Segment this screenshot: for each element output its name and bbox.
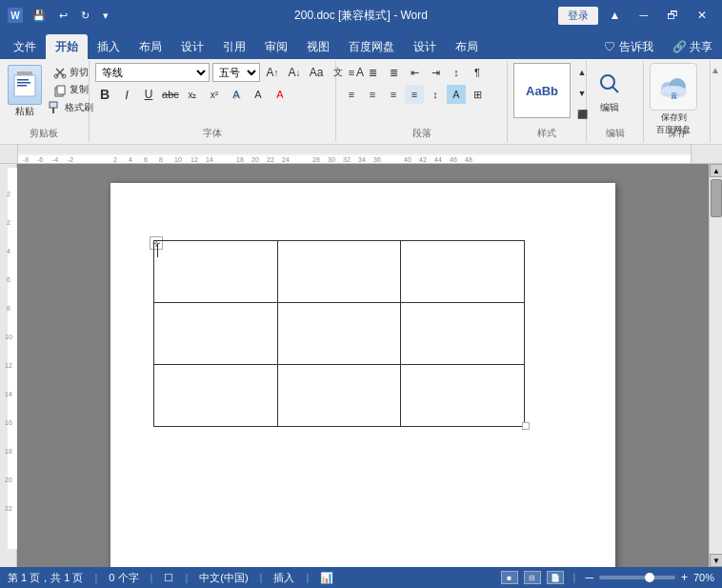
undo-btn[interactable]: ↩	[55, 8, 71, 24]
tab-home[interactable]: 开始	[46, 34, 88, 59]
line-spacing-btn[interactable]: ↕	[426, 85, 445, 104]
svg-text:-6: -6	[37, 156, 43, 163]
sort-btn[interactable]: ↕	[447, 63, 466, 82]
svg-text:8: 8	[7, 305, 10, 312]
svg-text:16: 16	[5, 419, 12, 426]
close-btn[interactable]: ✕	[690, 7, 714, 24]
tell-me-btn[interactable]: ♡ 告诉我	[594, 34, 662, 59]
align-right-btn[interactable]: ≡	[384, 85, 403, 104]
align-center-btn[interactable]: ≡	[363, 85, 382, 104]
ribbon-collapse-btn[interactable]: ▲	[711, 61, 722, 142]
strikethrough-btn[interactable]: abc	[161, 85, 180, 104]
font-increase-btn[interactable]: A↑	[263, 63, 282, 82]
table-cell-2-2[interactable]	[401, 365, 525, 427]
cut-button[interactable]: 剪切	[46, 65, 96, 80]
text-effect-btn[interactable]: A	[227, 85, 246, 104]
svg-text:24: 24	[282, 156, 290, 163]
scroll-up-btn[interactable]: ▲	[710, 164, 722, 177]
align-left-btn[interactable]: ≡	[342, 85, 361, 104]
save-quick-btn[interactable]: 💾	[29, 8, 50, 24]
view-web-btn[interactable]: ⊟	[524, 571, 541, 584]
font-size-select[interactable]: 五号	[212, 63, 260, 82]
underline-button[interactable]: U	[139, 85, 158, 104]
table-cell-0-0[interactable]	[154, 241, 278, 303]
insert-mode[interactable]: 插入	[273, 571, 294, 585]
document-area[interactable]: ✛	[17, 164, 709, 567]
tab-references[interactable]: 引用	[213, 34, 255, 59]
styles-gallery[interactable]: AaBb	[513, 63, 571, 118]
svg-text:10: 10	[5, 334, 12, 340]
svg-rect-10	[57, 86, 65, 94]
paste-button[interactable]: 粘贴	[6, 63, 44, 120]
tab-layout[interactable]: 布局	[130, 34, 171, 59]
bold-button[interactable]: B	[95, 85, 114, 104]
redo-btn[interactable]: ↻	[77, 8, 93, 24]
tab-view[interactable]: 视图	[297, 34, 339, 59]
tab-file[interactable]: 文件	[4, 34, 46, 59]
font-decrease-btn[interactable]: A↓	[285, 63, 304, 82]
tab-baidu[interactable]: 百度网盘	[339, 34, 404, 59]
view-read-btn[interactable]: 📄	[547, 571, 564, 584]
borders-btn[interactable]: ⊞	[468, 85, 487, 104]
justify-btn[interactable]: ≡	[405, 85, 424, 104]
multilevel-btn[interactable]: ≣	[384, 63, 403, 82]
scroll-down-btn[interactable]: ▼	[710, 554, 722, 567]
shading-btn[interactable]: A	[447, 85, 466, 104]
zoom-thumb[interactable]	[645, 573, 654, 582]
vertical-scrollbar[interactable]: ▲ ▼	[709, 164, 722, 567]
tab-design[interactable]: 设计	[171, 34, 213, 59]
tab-design2[interactable]: 设计	[404, 34, 446, 59]
ruler-marks: -8 -6 -4 -2 2 4 6 8 10 12 14 18 20 22 24…	[18, 145, 691, 163]
bullets-btn[interactable]: ≡	[342, 63, 361, 82]
change-case-btn[interactable]: Aa	[307, 63, 326, 82]
search-icon-edit[interactable]	[592, 67, 627, 101]
scroll-thumb[interactable]	[711, 179, 722, 217]
italic-button[interactable]: I	[117, 85, 136, 104]
numbering-btn[interactable]: ≣	[363, 63, 382, 82]
ribbon-toggle-btn[interactable]: ▲	[602, 7, 629, 24]
highlight-color-btn[interactable]: A	[249, 85, 268, 104]
table-cell-1-0[interactable]	[154, 303, 278, 365]
tab-insert[interactable]: 插入	[88, 34, 130, 59]
table-cell-2-0[interactable]	[154, 365, 278, 427]
increase-indent-btn[interactable]: ⇥	[426, 63, 445, 82]
tab-layout2[interactable]: 布局	[446, 34, 488, 59]
login-button[interactable]: 登录	[558, 7, 598, 25]
table-cell-0-2[interactable]	[401, 241, 525, 303]
table-resize-handle[interactable]	[522, 422, 530, 430]
zoom-in-btn[interactable]: +	[681, 571, 688, 584]
scroll-track[interactable]	[710, 177, 722, 554]
para-row1: ≡ ≣ ≣ ⇤ ⇥ ↕ ¶	[342, 63, 487, 82]
svg-text:48: 48	[465, 156, 472, 163]
restore-btn[interactable]: 🗗	[659, 7, 686, 24]
zoom-slider[interactable]	[599, 576, 675, 579]
language-indicator[interactable]: 中文(中国)	[199, 571, 248, 585]
subscript-btn[interactable]: x₂	[183, 85, 202, 104]
table-cell-1-2[interactable]	[401, 303, 525, 365]
table-cell-1-1[interactable]	[277, 303, 401, 365]
svg-text:4: 4	[7, 248, 10, 254]
zoom-level: 70%	[693, 572, 714, 583]
svg-line-14	[612, 87, 618, 92]
superscript-btn[interactable]: x²	[205, 85, 224, 104]
show-marks-btn[interactable]: ¶	[468, 63, 487, 82]
quick-access-dropdown[interactable]: ▾	[99, 8, 112, 24]
clipboard-right: 剪切 复制 格式刷	[46, 63, 96, 115]
font-color-btn[interactable]: A	[271, 85, 290, 104]
share-btn[interactable]: 🔗 共享	[663, 34, 722, 59]
tab-review[interactable]: 审阅	[255, 34, 297, 59]
svg-text:-2: -2	[68, 156, 73, 163]
save-cloud-btn[interactable]: 云	[650, 63, 697, 111]
zoom-out-btn[interactable]: ─	[585, 571, 593, 584]
table-cell-0-1[interactable]	[277, 241, 401, 303]
para-row2: ≡ ≡ ≡ ≡ ↕ A ⊞	[342, 85, 487, 104]
minimize-btn[interactable]: ─	[632, 7, 655, 24]
font-family-select[interactable]: 等线	[95, 63, 210, 82]
view-print-btn[interactable]: ■	[501, 571, 518, 584]
table-cell-2-1[interactable]	[277, 365, 401, 427]
format-paint-button[interactable]: 格式刷	[46, 100, 96, 115]
decrease-indent-btn[interactable]: ⇤	[405, 63, 424, 82]
copy-button[interactable]: 复制	[46, 82, 96, 97]
svg-rect-3	[17, 82, 30, 84]
title-bar: W 💾 ↩ ↻ ▾ 200.doc [兼容模式] - Word 登录 ▲ ─ 🗗…	[0, 0, 722, 30]
